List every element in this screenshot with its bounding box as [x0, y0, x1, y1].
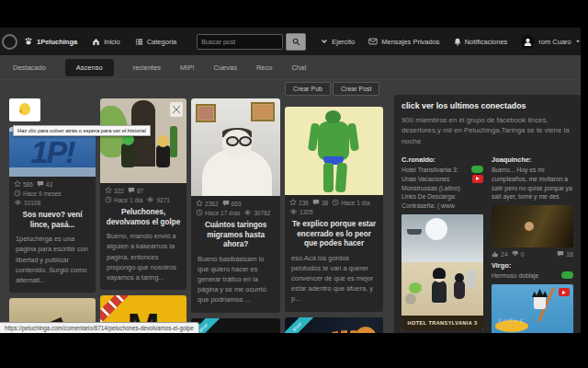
- shout-chick-card[interactable]: [9, 98, 40, 121]
- nav-ejercito[interactable]: Ejercito: [321, 38, 355, 46]
- post-title[interactable]: Cuántos taringos migramos hasta ahora?: [191, 217, 280, 252]
- stars-stat: 322: [105, 187, 124, 194]
- post-card[interactable]: 236 38 Hace 1 día 1305 Te explico porque…: [285, 107, 383, 312]
- comments-stat: 663: [222, 200, 242, 207]
- nav-mensajes[interactable]: Mensajes Privados: [368, 38, 439, 46]
- post-title[interactable]: Sos nuevo? vení lince, pasá...: [9, 207, 96, 232]
- post-stats: 322 87 Hace 1 día 9271: [100, 183, 187, 204]
- stars-stat: 586: [14, 180, 33, 188]
- time-stat: Hace 17 días: [196, 209, 240, 216]
- comments-stat[interactable]: 18: [557, 250, 573, 258]
- eye-icon: [14, 199, 22, 206]
- tab-chat[interactable]: Chat: [291, 63, 306, 72]
- post-body: Bueno, manolo envió a alguien a kakearno…: [100, 229, 187, 290]
- time-stat: Hace 1 día: [105, 196, 142, 203]
- search: [197, 33, 306, 51]
- ship: [407, 229, 422, 235]
- clock-icon: [105, 196, 112, 203]
- post-image-figures[interactable]: [100, 98, 187, 183]
- views-stat: 1305: [289, 208, 312, 215]
- nav-notificaciones[interactable]: Notificaciones: [454, 38, 508, 46]
- tab-cuevas[interactable]: Cuevas: [214, 63, 237, 72]
- views-stat: 10108: [14, 199, 40, 206]
- shout-tiger-card[interactable]: Shout: [285, 317, 383, 333]
- tab-recientes[interactable]: recientes: [133, 63, 161, 72]
- views-stat: 30762: [243, 209, 270, 216]
- chick-image: [19, 103, 30, 115]
- post-body: Bueno basibásicam lo que quiero hacer es…: [191, 252, 280, 313]
- nav-inicio-label: Inicio: [104, 38, 120, 46]
- feed-column-3: 2362 663 Hace 17 días 30762 Cuántos tari…: [191, 98, 280, 333]
- post-card[interactable]: 2362 663 Hace 17 días 30762 Cuántos tari…: [191, 98, 280, 313]
- comment-icon: [128, 187, 135, 194]
- tab-destacado[interactable]: Destacado: [13, 63, 46, 72]
- comment-icon: [557, 250, 564, 258]
- panel-subtitle: 900 miembros en el grupo de facebook lin…: [401, 115, 573, 146]
- entry-user[interactable]: Virgo:: [492, 261, 573, 270]
- search-input[interactable]: [197, 34, 283, 50]
- user-name: rom Cuaro: [538, 38, 571, 46]
- likes-stat[interactable]: 24: [492, 250, 508, 258]
- nav-categoria-label: Categoria: [147, 38, 177, 46]
- post-title[interactable]: Peluchones, devolvamos el golpe: [100, 204, 187, 229]
- comments-stat: 43: [37, 180, 52, 188]
- connected-panel: click ver los ultimos conectados 900 mie…: [394, 95, 581, 333]
- moon: [425, 218, 447, 240]
- tab-mip[interactable]: MIP!: [180, 63, 194, 72]
- brand-label: 1Peluchinga: [37, 38, 77, 46]
- comment-icon: [222, 200, 230, 207]
- entry-user[interactable]: C.ronaldo:: [401, 155, 483, 164]
- tab-ascenso[interactable]: Ascenso: [65, 59, 114, 76]
- entry-user[interactable]: Joaquinche:: [492, 155, 573, 164]
- nav-inicio[interactable]: Inicio: [92, 38, 120, 46]
- post-title[interactable]: Te explico porque estar encerrado es lo …: [285, 216, 383, 251]
- bell-icon: [454, 38, 461, 46]
- hotel-transylvania-poster[interactable]: HOTEL TRANSYLVANIA 3: [401, 214, 483, 330]
- stars-stat: 2362: [196, 200, 218, 207]
- envelope-icon: [368, 38, 378, 45]
- star-icon: [105, 187, 112, 194]
- youtube-icon[interactable]: [472, 175, 483, 183]
- thumbs-up-icon: [492, 250, 499, 258]
- entry-stats: 24 0 18: [492, 250, 573, 258]
- nav-notificaciones-label: Notificaciones: [465, 38, 508, 46]
- clock-icon: [196, 209, 203, 216]
- post-card[interactable]: 1P! 586 43 Hace 9 meses: [9, 127, 96, 293]
- tab-reco[interactable]: Reco: [256, 63, 273, 72]
- crear-pub-button[interactable]: Crear Pub: [285, 82, 331, 96]
- clock-icon: [14, 190, 21, 197]
- tv-watermark: フジテレビ: [497, 317, 526, 323]
- brand[interactable]: 1Peluchinga: [24, 37, 77, 46]
- green-badge-icon: [561, 271, 573, 279]
- shout-hulu-card[interactable]: Shout hulu: [191, 318, 280, 333]
- time-stat: Hace 9 meses: [14, 190, 62, 197]
- create-actions: Crear Pub Crear Post: [285, 82, 383, 96]
- list-icon: [135, 38, 143, 46]
- crear-post-button[interactable]: Crear Post: [333, 82, 379, 96]
- panel-title[interactable]: click ver los ultimos conectados: [401, 101, 573, 110]
- home-icon: [92, 38, 100, 46]
- page: 1Peluchinga Inicio Categoria: [0, 28, 581, 333]
- time-stat: Hace 1 día: [332, 199, 369, 206]
- post-stats: 236 38 Hace 1 día 1305: [285, 195, 383, 216]
- comments-stat: 38: [312, 199, 328, 206]
- search-button[interactable]: [286, 33, 306, 51]
- photo-frame: [196, 104, 216, 122]
- nav-categoria[interactable]: Categoria: [135, 38, 177, 46]
- dislikes-stat[interactable]: 0: [512, 250, 525, 258]
- post-image-neckbeard[interactable]: [191, 98, 280, 196]
- search-icon: [292, 38, 300, 46]
- dragonball-image[interactable]: フジテレビ: [492, 284, 573, 333]
- comments-stat: 87: [128, 187, 143, 194]
- feed-column-4: Crear Pub Crear Post 236: [285, 82, 383, 333]
- post-body: 1peluchinga es una página para escribir …: [9, 232, 96, 293]
- entry-text: Bueno... Hoy es mi cumpleaños, me invita…: [492, 166, 573, 201]
- post-image-pepe-body[interactable]: [285, 107, 383, 195]
- shield-badge-icon: [170, 102, 183, 117]
- caret-down-icon: [575, 39, 581, 44]
- youtube-icon[interactable]: [559, 288, 570, 296]
- loading-ring-icon: [2, 34, 17, 50]
- jungle-image[interactable]: [492, 205, 573, 247]
- user-menu[interactable]: rom Cuaro: [521, 35, 580, 49]
- browser-status-url: https://peluchinga.com/comentario/6714/p…: [0, 322, 199, 333]
